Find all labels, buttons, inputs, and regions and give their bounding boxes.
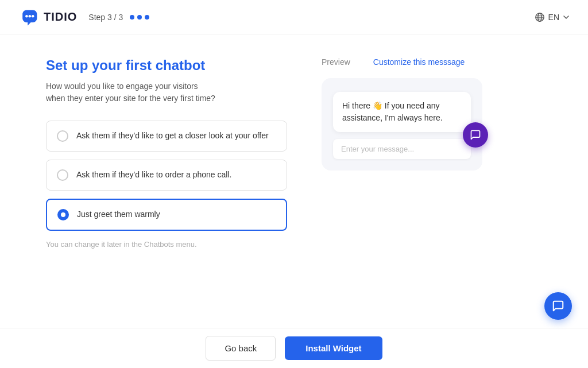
footer: Go back Install Widget <box>0 328 588 368</box>
option-text-1: Ask them if they'd like to get a closer … <box>76 130 269 142</box>
radio-option-3 <box>57 209 69 220</box>
step-label: Step 3 / 3 <box>88 13 123 22</box>
dot-1 <box>130 15 134 20</box>
svg-point-1 <box>29 14 32 17</box>
language-selector[interactable]: EN <box>535 12 570 22</box>
preview-header: Preview Customize this messsage <box>322 57 542 67</box>
install-widget-button[interactable]: Install Widget <box>285 336 382 360</box>
option-text-3: Just greet them warmly <box>77 209 160 220</box>
chat-input-area[interactable]: Enter your message... <box>333 139 471 159</box>
radio-option-1 <box>57 130 68 142</box>
chat-fab-icon <box>470 129 481 141</box>
page-title: Set up your first chatbot <box>46 57 287 73</box>
logo-text: TIDIO <box>44 10 77 24</box>
step-indicator: Step 3 / 3 <box>88 13 149 22</box>
header-left: TIDIO Step 3 / 3 <box>18 7 149 28</box>
logo: TIDIO <box>18 7 77 28</box>
chevron-down-icon <box>563 14 570 21</box>
step-dots <box>130 15 149 20</box>
chat-preview: Hi there 👋 If you need any assistance, I… <box>322 78 482 171</box>
customize-link[interactable]: Customize this messsage <box>373 57 465 67</box>
option-card-3[interactable]: Just greet them warmly <box>46 199 287 231</box>
radio-option-2 <box>57 169 68 181</box>
header: TIDIO Step 3 / 3 EN <box>0 0 588 34</box>
dot-2 <box>137 15 142 20</box>
option-text-2: Ask them if they'd like to order a phone… <box>76 169 231 181</box>
svg-point-2 <box>32 14 34 17</box>
tidio-logo-icon <box>18 7 39 28</box>
globe-icon <box>535 12 545 22</box>
right-panel: Preview Customize this messsage Hi there… <box>310 57 542 328</box>
floating-chat-icon <box>552 300 564 312</box>
chat-widget-fab[interactable] <box>463 122 488 148</box>
chat-bubble: Hi there 👋 If you need any assistance, I… <box>333 92 471 132</box>
option-card-2[interactable]: Ask them if they'd like to order a phone… <box>46 160 287 191</box>
go-back-button[interactable]: Go back <box>206 336 276 361</box>
page-description: How would you like to engage your visito… <box>46 80 218 104</box>
language-label: EN <box>548 13 559 22</box>
option-card-1[interactable]: Ask them if they'd like to get a closer … <box>46 121 287 152</box>
left-panel: Set up your first chatbot How would you … <box>46 57 310 328</box>
main-content: Set up your first chatbot How would you … <box>0 34 588 328</box>
svg-point-0 <box>25 14 28 17</box>
radio-inner-3 <box>61 212 65 217</box>
hint-text: You can change it later in the Chatbots … <box>46 240 287 249</box>
floating-chat-button[interactable] <box>544 292 572 320</box>
preview-label: Preview <box>322 57 350 67</box>
dot-3 <box>145 15 149 20</box>
